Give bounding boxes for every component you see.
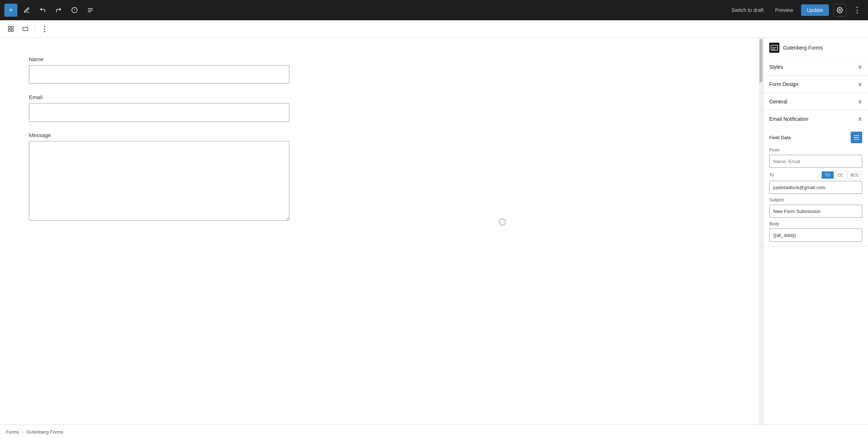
form-design-section-label: Form Design bbox=[769, 81, 798, 87]
toolbar-left: + bbox=[4, 4, 725, 17]
secondary-toolbar: ⋮ bbox=[0, 20, 868, 38]
to-button-to[interactable]: TO bbox=[822, 171, 834, 179]
form-design-chevron-down: ∨ bbox=[858, 81, 862, 88]
toolbar-divider bbox=[35, 25, 35, 33]
email-label: Email bbox=[29, 94, 730, 100]
email-notification-chevron-up: ∧ bbox=[858, 115, 862, 122]
svg-rect-10 bbox=[12, 29, 13, 31]
email-notification-label: Email Notification bbox=[769, 116, 808, 122]
email-notification-section: Email Notification ∧ Field Data From bbox=[763, 110, 868, 246]
toolbar-right: Switch to draft Preview Update ⋮ bbox=[728, 4, 864, 17]
to-buttons: TO CC BCC bbox=[822, 171, 862, 179]
to-button-cc[interactable]: CC bbox=[834, 171, 847, 179]
subject-input[interactable] bbox=[769, 205, 862, 218]
preview-button[interactable]: Preview bbox=[771, 5, 797, 15]
svg-rect-9 bbox=[8, 29, 10, 31]
name-field-container: Name bbox=[29, 56, 730, 84]
email-notification-toggle[interactable]: Email Notification ∧ bbox=[763, 110, 868, 127]
to-button-bcc[interactable]: BCC bbox=[847, 171, 862, 179]
scroll-thumb[interactable] bbox=[760, 39, 762, 82]
email-notification-content: Field Data From To TO CC BCC bbox=[763, 127, 868, 246]
sidebar: Forms Block × Gutenberg Forms Styles ∨ F… bbox=[763, 20, 868, 261]
email-field-container: Email bbox=[29, 94, 730, 122]
field-data-row: Field Data bbox=[769, 132, 862, 143]
pen-button[interactable] bbox=[20, 4, 33, 17]
more-options-button[interactable]: ⋮ bbox=[851, 4, 864, 17]
top-toolbar: + Switch to draft Preview Update ⋮ bbox=[0, 0, 868, 20]
svg-rect-11 bbox=[23, 27, 28, 30]
textarea-resize-handle[interactable] bbox=[499, 218, 506, 226]
switch-to-draft-button[interactable]: Switch to draft bbox=[728, 5, 767, 15]
message-field-container: Message bbox=[29, 132, 730, 229]
block-options-button[interactable]: ⋮ bbox=[38, 22, 51, 35]
gutenberg-forms-header: Gutenberg Forms bbox=[763, 38, 868, 58]
settings-button[interactable] bbox=[833, 4, 846, 17]
document-overview-button[interactable] bbox=[4, 22, 17, 35]
form-design-section-toggle[interactable]: Form Design ∨ bbox=[763, 76, 868, 93]
general-section: General ∨ bbox=[763, 93, 868, 110]
styles-section-toggle[interactable]: Styles ∨ bbox=[763, 58, 868, 75]
svg-rect-7 bbox=[8, 26, 10, 28]
body-label: Body bbox=[769, 221, 862, 226]
gutenberg-forms-icon bbox=[769, 43, 779, 53]
email-input[interactable] bbox=[29, 103, 289, 122]
redo-button[interactable] bbox=[52, 4, 65, 17]
general-section-label: General bbox=[769, 99, 787, 105]
scroll-track[interactable] bbox=[759, 38, 763, 261]
name-label: Name bbox=[29, 56, 730, 62]
to-row: To TO CC BCC bbox=[769, 171, 862, 179]
undo-button[interactable] bbox=[36, 4, 49, 17]
field-data-button[interactable] bbox=[851, 132, 862, 143]
styles-chevron-down: ∨ bbox=[858, 63, 862, 70]
styles-section-label: Styles bbox=[769, 64, 783, 70]
to-input[interactable] bbox=[769, 181, 862, 194]
info-button[interactable] bbox=[68, 4, 81, 17]
svg-point-6 bbox=[839, 9, 841, 11]
add-block-button[interactable]: + bbox=[4, 4, 17, 17]
block-view-button[interactable] bbox=[19, 22, 32, 35]
general-chevron-down: ∨ bbox=[858, 98, 862, 105]
editor-area: Contact Us Name Email Message bbox=[0, 0, 759, 261]
field-data-label: Field Data bbox=[769, 135, 791, 140]
from-input[interactable] bbox=[769, 155, 862, 168]
styles-section: Styles ∨ bbox=[763, 58, 868, 76]
to-label: To bbox=[769, 172, 774, 178]
body-input[interactable] bbox=[769, 229, 862, 242]
form-design-section: Form Design ∨ bbox=[763, 76, 868, 93]
list-view-button[interactable] bbox=[84, 4, 97, 17]
update-button[interactable]: Update bbox=[801, 4, 829, 16]
name-input[interactable] bbox=[29, 65, 289, 84]
svg-rect-8 bbox=[12, 26, 13, 28]
gutenberg-forms-label: Gutenberg Forms bbox=[783, 45, 823, 51]
message-textarea[interactable] bbox=[29, 141, 289, 221]
message-label: Message bbox=[29, 132, 730, 138]
general-section-toggle[interactable]: General ∨ bbox=[763, 93, 868, 110]
subject-label: Subject bbox=[769, 197, 862, 203]
from-label: From bbox=[769, 148, 862, 153]
